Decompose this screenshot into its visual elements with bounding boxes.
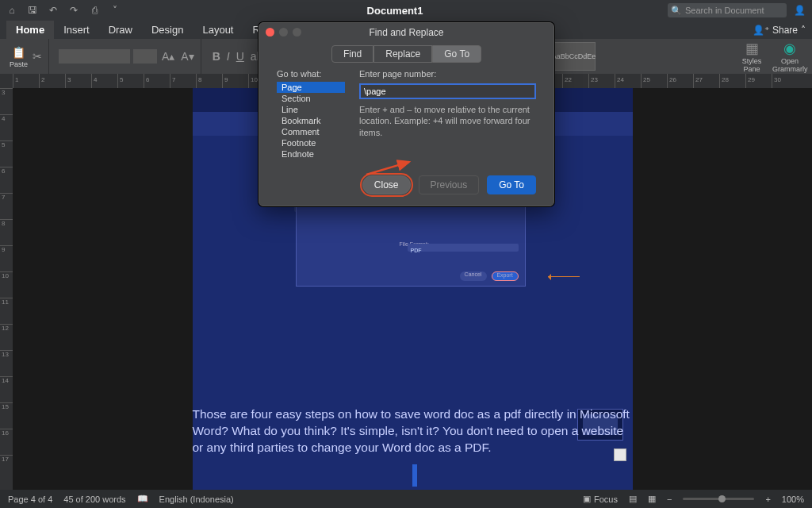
titlebar: ⌂ 🖫 ↶ ↷ ⎙ ˅ Document1 🔍 Search in Docume…: [0, 0, 812, 21]
inner-arrow-annotation: [548, 276, 580, 277]
goto-item-bookmark[interactable]: Bookmark: [277, 115, 345, 126]
goto-item-section[interactable]: Section: [277, 93, 345, 104]
view-print-icon[interactable]: ▤: [629, 494, 637, 504]
inner-export-button: Export: [492, 271, 519, 281]
tab-replace[interactable]: Replace: [373, 45, 432, 63]
view-web-icon[interactable]: ▦: [648, 494, 656, 504]
maximize-window-icon: [293, 28, 301, 37]
goto-button[interactable]: Go To: [487, 175, 536, 194]
style-subtitle[interactable]: AaBbCcDdEe: [551, 42, 596, 71]
status-bar: Page 4 of 4 45 of 200 words 📖 English (I…: [0, 490, 812, 508]
page-number-input[interactable]: [359, 83, 536, 99]
decrease-font-icon[interactable]: A▾: [179, 48, 195, 64]
focus-icon: ▣: [583, 494, 591, 504]
goto-item-endnote[interactable]: Endnote: [277, 148, 345, 160]
tab-design[interactable]: Design: [142, 21, 193, 39]
status-page[interactable]: Page 4 of 4: [8, 495, 52, 504]
underline-button[interactable]: U: [235, 48, 246, 64]
vertical-ruler[interactable]: 34567891011121314151617: [0, 88, 13, 490]
user-icon[interactable]: 👤: [793, 3, 807, 17]
grammarly-icon: ◉: [772, 40, 807, 57]
focus-mode-button[interactable]: ▣Focus: [583, 494, 618, 504]
document-title: Document1: [367, 5, 423, 17]
search-placeholder: Search in Document: [685, 6, 764, 15]
chevron-up-icon[interactable]: ˄: [801, 25, 806, 36]
close-window-icon[interactable]: [266, 28, 274, 37]
bold-button[interactable]: B: [211, 48, 222, 64]
grammarly-button[interactable]: ◉Open Grammarly: [772, 40, 807, 73]
share-button[interactable]: 👤⁺ Share ˄: [753, 25, 806, 36]
inner-cancel-button: Cancel: [460, 271, 487, 281]
close-button[interactable]: Close: [362, 175, 411, 194]
search-input[interactable]: 🔍 Search in Document: [668, 3, 787, 17]
print-icon[interactable]: ⎙: [87, 3, 102, 17]
paste-button[interactable]: 📋: [10, 44, 28, 60]
tab-goto[interactable]: Go To: [432, 45, 481, 63]
zoom-slider[interactable]: [683, 498, 754, 500]
zoom-level[interactable]: 100%: [782, 495, 804, 504]
goto-item-comment[interactable]: Comment: [277, 126, 345, 137]
paste-options-icon[interactable]: [614, 448, 626, 461]
home-icon[interactable]: ⌂: [5, 3, 19, 17]
cut-icon[interactable]: ✂: [31, 48, 44, 64]
inner-save-dialog: File Format: PDF Cancel Export: [296, 199, 526, 287]
minimize-window-icon: [279, 28, 288, 37]
tab-home[interactable]: Home: [6, 21, 54, 39]
font-family-select[interactable]: [59, 49, 130, 64]
undo-icon[interactable]: ↶: [46, 3, 60, 17]
page-number-label: Enter page number:: [359, 69, 536, 79]
save-icon[interactable]: 🖫: [25, 3, 40, 17]
tab-insert[interactable]: Insert: [54, 21, 99, 39]
status-word-count[interactable]: 45 of 200 words: [63, 495, 125, 504]
goto-item-page[interactable]: Page: [277, 82, 345, 93]
search-icon: 🔍: [671, 6, 682, 16]
zoom-out-icon[interactable]: −: [667, 495, 672, 504]
redo-icon[interactable]: ↷: [67, 3, 81, 17]
goto-item-footnote[interactable]: Footnote: [277, 137, 345, 148]
italic-button[interactable]: I: [225, 48, 232, 64]
previous-button: Previous: [419, 175, 480, 194]
find-replace-dialog: Find and Replace Find Replace Go To Go t…: [259, 22, 554, 206]
inner-file-format-field: PDF: [408, 244, 519, 252]
share-icon: 👤⁺: [753, 25, 769, 36]
status-language[interactable]: English (Indonesia): [159, 495, 234, 504]
styles-pane-button[interactable]: ▦Styles Pane: [734, 40, 769, 73]
font-size-select[interactable]: [133, 49, 157, 64]
spellcheck-icon[interactable]: 📖: [137, 494, 148, 504]
dialog-title: Find and Replace: [259, 27, 553, 38]
toolbar-more-icon[interactable]: ˅: [108, 3, 122, 17]
goto-item-line[interactable]: Line: [277, 104, 345, 115]
zoom-in-icon[interactable]: +: [765, 495, 770, 504]
tab-find[interactable]: Find: [331, 45, 373, 63]
goto-what-label: Go to what:: [277, 69, 345, 79]
document-body-text[interactable]: Those are four easy steps on how to save…: [193, 405, 633, 458]
goto-what-list[interactable]: Page Section Line Bookmark Comment Footn…: [277, 82, 345, 160]
styles-icon: ▦: [734, 40, 769, 57]
tab-draw[interactable]: Draw: [99, 21, 142, 39]
tab-layout[interactable]: Layout: [193, 21, 243, 39]
goto-hint-text: Enter + and – to move relative to the cu…: [359, 104, 536, 138]
increase-font-icon[interactable]: A▴: [160, 48, 176, 64]
page-break-indicator: [412, 464, 417, 487]
